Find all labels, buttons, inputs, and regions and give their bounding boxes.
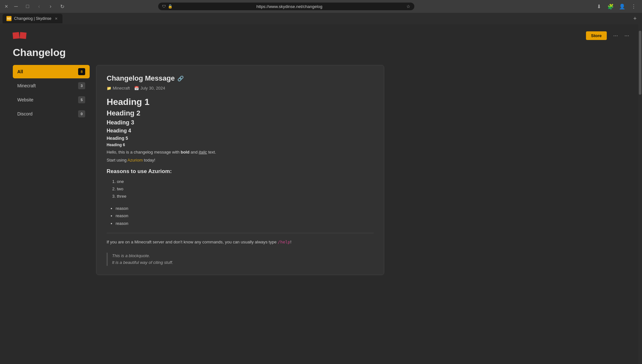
ordered-list: one two three — [117, 178, 374, 200]
nav-link-1[interactable]: ··· — [613, 32, 618, 39]
command-text: /help — [278, 240, 290, 244]
changelog-content: Changelog Message 🔗 📁 Minecraft 📅 July 3… — [96, 65, 384, 275]
sidebar-badge-discord: 0 — [78, 110, 85, 117]
logo-block-1 — [12, 32, 20, 39]
meta-date: 📅 July 30, 2024 — [134, 86, 165, 91]
heading-3: Heading 3 — [107, 119, 374, 126]
tab-close-icon[interactable]: ✕ — [54, 16, 59, 21]
logo — [13, 31, 32, 40]
heading-1: Heading 1 — [107, 97, 374, 107]
store-button[interactable]: Store — [586, 31, 607, 40]
new-tab-button[interactable]: + — [630, 14, 639, 23]
blockquote: This is a blockquote. It is a beautiful … — [107, 253, 374, 266]
browser-chrome: ✕ ─ □ ‹ › ↻ 🛡 🔒 https://www.skydinse.net… — [0, 0, 642, 24]
info-text: If you are on a Minecraft server and don… — [107, 239, 374, 246]
download-icon[interactable]: ⬇ — [595, 2, 604, 11]
heading-4: Heading 4 — [107, 128, 374, 134]
sidebar-label-website: Website — [17, 97, 33, 102]
sidebar-badge-website: 5 — [78, 96, 85, 103]
azuriom-link[interactable]: Azuriom — [127, 158, 143, 162]
extensions-icon[interactable]: 🧩 — [606, 2, 615, 11]
list-item: one — [117, 178, 374, 185]
shield-icon: 🛡 — [162, 4, 166, 9]
nav-forward-btn[interactable]: › — [46, 2, 55, 11]
reasons-title: Reasons to use Azuriom: — [107, 168, 374, 175]
logo-image — [13, 31, 32, 40]
sidebar-item-discord[interactable]: Discord 0 — [13, 107, 90, 121]
list-item: reason — [116, 212, 374, 219]
browser-titlebar: ✕ ─ □ ‹ › ↻ 🛡 🔒 https://www.skydinse.net… — [0, 0, 642, 13]
tab-changelog[interactable]: SD Changelog | Skydinse ✕ — [3, 14, 62, 23]
tab-title: Changelog | Skydinse — [14, 16, 52, 21]
security-icons: 🛡 🔒 — [162, 4, 173, 9]
logo-block-2 — [20, 32, 27, 39]
window-close-btn[interactable]: ✕ — [4, 4, 9, 9]
sidebar-item-website[interactable]: Website 5 — [13, 93, 90, 107]
list-item: three — [117, 193, 374, 200]
unordered-list: reason reason reason — [116, 205, 374, 227]
bold-text: bold — [181, 150, 189, 154]
profile-icon[interactable]: 👤 — [618, 2, 627, 11]
main-container: Changelog All 8 Minecraft 3 Website 5 Di… — [0, 47, 448, 275]
sidebar-label-minecraft: Minecraft — [17, 83, 36, 88]
meta-category: 📁 Minecraft — [107, 86, 130, 91]
star-icon[interactable]: ☆ — [406, 4, 410, 9]
tab-favicon: SD — [6, 16, 12, 21]
nav-link-2[interactable]: ··· — [624, 32, 629, 39]
calendar-icon: 📅 — [134, 86, 139, 91]
changelog-message-title: Changelog Message 🔗 — [107, 74, 374, 83]
divider — [107, 233, 374, 233]
url-text: https://www.skydinse.net/changelog — [175, 4, 404, 9]
site-header: Store ··· ··· — [0, 31, 642, 47]
heading-6: Heading 6 — [107, 143, 374, 147]
sidebar-badge-minecraft: 3 — [78, 82, 85, 89]
italic-text: italic — [199, 150, 207, 154]
sidebar-label-all: All — [17, 69, 23, 74]
folder-icon: 📁 — [107, 86, 111, 91]
scrollbar-thumb[interactable] — [639, 31, 641, 95]
sidebar-item-all[interactable]: All 8 — [13, 65, 90, 78]
heading-5: Heading 5 — [107, 136, 374, 141]
sidebar-label-discord: Discord — [17, 111, 32, 116]
heading-2: Heading 2 — [107, 109, 374, 117]
menu-icon[interactable]: ⋮ — [629, 2, 638, 11]
body-text-2: Start using Azuriom today! — [107, 157, 374, 164]
list-item: reason — [116, 205, 374, 212]
lock-icon: 🔒 — [168, 4, 173, 9]
sidebar-item-minecraft[interactable]: Minecraft 3 — [13, 79, 90, 92]
nav-refresh-btn[interactable]: ↻ — [58, 2, 67, 11]
window-minimize-btn[interactable]: ─ — [12, 2, 20, 11]
header-nav: Store ··· ··· — [586, 31, 629, 40]
browser-action-buttons: ⬇ 🧩 👤 ⋮ — [595, 2, 638, 11]
body-text-1: Hello, this is a changelog message with … — [107, 149, 374, 156]
address-bar[interactable]: 🛡 🔒 https://www.skydinse.net/changelog ☆ — [158, 3, 414, 10]
list-item: two — [117, 185, 374, 193]
layout-grid: All 8 Minecraft 3 Website 5 Discord 0 — [13, 65, 435, 275]
changelog-meta: 📁 Minecraft 📅 July 30, 2024 — [107, 86, 374, 91]
window-maximize-btn[interactable]: □ — [23, 2, 32, 11]
tab-bar: SD Changelog | Skydinse ✕ + — [0, 13, 642, 24]
nav-back-btn[interactable]: ‹ — [35, 2, 44, 11]
sidebar-badge-all: 8 — [78, 68, 85, 75]
page-content: Store ··· ··· Changelog All 8 Minecraft … — [0, 24, 642, 364]
scrollbar[interactable] — [638, 24, 642, 364]
list-item: reason — [116, 220, 374, 227]
page-title: Changelog — [13, 47, 435, 59]
sidebar: All 8 Minecraft 3 Website 5 Discord 0 — [13, 65, 90, 275]
anchor-link-icon[interactable]: 🔗 — [177, 75, 184, 82]
